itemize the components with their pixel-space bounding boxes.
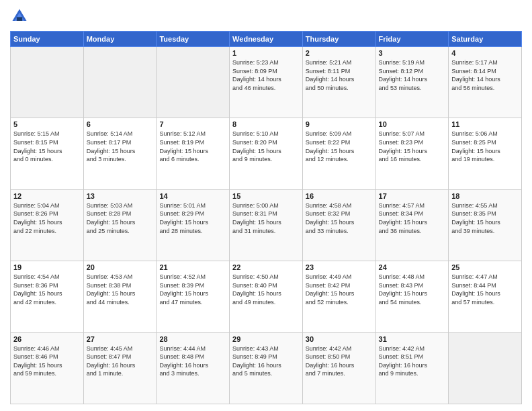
calendar-cell: 17Sunrise: 4:57 AM Sunset: 8:34 PM Dayli… <box>375 189 449 261</box>
logo <box>10 7 32 26</box>
weekday-header-thursday: Thursday <box>302 32 375 47</box>
calendar-cell: 12Sunrise: 5:04 AM Sunset: 8:26 PM Dayli… <box>11 189 84 261</box>
day-info: Sunrise: 5:17 AM Sunset: 8:14 PM Dayligh… <box>451 58 519 92</box>
day-number: 14 <box>159 192 226 200</box>
calendar-cell: 5Sunrise: 5:15 AM Sunset: 8:15 PM Daylig… <box>11 118 84 189</box>
day-number: 25 <box>451 263 519 271</box>
day-info: Sunrise: 5:15 AM Sunset: 8:15 PM Dayligh… <box>13 130 81 163</box>
weekday-header-tuesday: Tuesday <box>157 32 230 47</box>
day-info: Sunrise: 4:45 AM Sunset: 8:47 PM Dayligh… <box>87 345 154 378</box>
calendar-cell: 19Sunrise: 4:54 AM Sunset: 8:36 PM Dayli… <box>11 261 84 332</box>
day-info: Sunrise: 4:57 AM Sunset: 8:34 PM Dayligh… <box>379 201 446 235</box>
calendar-cell: 4Sunrise: 5:17 AM Sunset: 8:14 PM Daylig… <box>449 47 522 118</box>
day-info: Sunrise: 4:54 AM Sunset: 8:36 PM Dayligh… <box>13 273 81 306</box>
day-number: 31 <box>379 335 446 343</box>
day-number: 29 <box>232 335 300 343</box>
day-info: Sunrise: 5:06 AM Sunset: 8:25 PM Dayligh… <box>451 130 519 163</box>
calendar-cell: 26Sunrise: 4:46 AM Sunset: 8:46 PM Dayli… <box>11 332 84 404</box>
calendar-cell: 3Sunrise: 5:19 AM Sunset: 8:12 PM Daylig… <box>375 47 449 118</box>
day-info: Sunrise: 5:21 AM Sunset: 8:11 PM Dayligh… <box>306 58 373 92</box>
day-info: Sunrise: 4:58 AM Sunset: 8:32 PM Dayligh… <box>306 201 373 235</box>
weekday-header-monday: Monday <box>83 32 157 47</box>
day-info: Sunrise: 5:01 AM Sunset: 8:29 PM Dayligh… <box>159 201 226 235</box>
week-row-5: 26Sunrise: 4:46 AM Sunset: 8:46 PM Dayli… <box>11 332 522 404</box>
calendar-cell: 15Sunrise: 5:00 AM Sunset: 8:31 PM Dayli… <box>230 189 303 261</box>
day-info: Sunrise: 4:48 AM Sunset: 8:43 PM Dayligh… <box>379 273 446 306</box>
day-number: 17 <box>379 192 446 200</box>
day-info: Sunrise: 4:55 AM Sunset: 8:35 PM Dayligh… <box>451 201 519 235</box>
calendar-cell: 1Sunrise: 5:23 AM Sunset: 8:09 PM Daylig… <box>230 47 303 118</box>
calendar-cell: 16Sunrise: 4:58 AM Sunset: 8:32 PM Dayli… <box>302 189 375 261</box>
day-info: Sunrise: 4:44 AM Sunset: 8:48 PM Dayligh… <box>159 345 226 378</box>
day-number: 15 <box>232 192 300 200</box>
calendar-cell: 31Sunrise: 4:42 AM Sunset: 8:51 PM Dayli… <box>375 332 449 404</box>
day-number: 16 <box>306 192 373 200</box>
day-number: 12 <box>13 192 81 200</box>
calendar-cell: 29Sunrise: 4:43 AM Sunset: 8:49 PM Dayli… <box>230 332 303 404</box>
day-number: 5 <box>13 120 81 128</box>
day-info: Sunrise: 5:04 AM Sunset: 8:26 PM Dayligh… <box>13 201 81 235</box>
day-number: 24 <box>379 263 446 271</box>
week-row-1: 1Sunrise: 5:23 AM Sunset: 8:09 PM Daylig… <box>11 47 522 118</box>
calendar-cell <box>157 47 230 118</box>
day-number: 3 <box>379 49 446 57</box>
page: SundayMondayTuesdayWednesdayThursdayFrid… <box>0 0 532 411</box>
day-info: Sunrise: 4:47 AM Sunset: 8:44 PM Dayligh… <box>451 273 519 306</box>
calendar-cell <box>83 47 157 118</box>
calendar-cell: 24Sunrise: 4:48 AM Sunset: 8:43 PM Dayli… <box>375 261 449 332</box>
day-info: Sunrise: 5:00 AM Sunset: 8:31 PM Dayligh… <box>232 201 300 235</box>
calendar-cell: 11Sunrise: 5:06 AM Sunset: 8:25 PM Dayli… <box>449 118 522 189</box>
week-row-3: 12Sunrise: 5:04 AM Sunset: 8:26 PM Dayli… <box>11 189 522 261</box>
header <box>10 7 522 26</box>
calendar-cell: 22Sunrise: 4:50 AM Sunset: 8:40 PM Dayli… <box>230 261 303 332</box>
logo-icon <box>10 7 29 26</box>
day-number: 21 <box>159 263 226 271</box>
day-info: Sunrise: 4:53 AM Sunset: 8:38 PM Dayligh… <box>87 273 154 306</box>
day-number: 23 <box>306 263 373 271</box>
calendar-cell: 27Sunrise: 4:45 AM Sunset: 8:47 PM Dayli… <box>83 332 157 404</box>
day-number: 2 <box>306 49 373 57</box>
day-info: Sunrise: 5:14 AM Sunset: 8:17 PM Dayligh… <box>87 130 154 163</box>
weekday-header-friday: Friday <box>375 32 449 47</box>
day-number: 4 <box>451 49 519 57</box>
day-info: Sunrise: 4:42 AM Sunset: 8:50 PM Dayligh… <box>306 345 373 378</box>
day-info: Sunrise: 5:09 AM Sunset: 8:22 PM Dayligh… <box>306 130 373 163</box>
day-number: 30 <box>306 335 373 343</box>
day-info: Sunrise: 5:03 AM Sunset: 8:28 PM Dayligh… <box>87 201 154 235</box>
day-info: Sunrise: 4:52 AM Sunset: 8:39 PM Dayligh… <box>159 273 226 306</box>
calendar-cell: 14Sunrise: 5:01 AM Sunset: 8:29 PM Dayli… <box>157 189 230 261</box>
svg-rect-2 <box>17 17 22 21</box>
week-row-4: 19Sunrise: 4:54 AM Sunset: 8:36 PM Dayli… <box>11 261 522 332</box>
calendar-cell: 13Sunrise: 5:03 AM Sunset: 8:28 PM Dayli… <box>83 189 157 261</box>
day-number: 1 <box>232 49 300 57</box>
day-info: Sunrise: 5:23 AM Sunset: 8:09 PM Dayligh… <box>232 58 300 92</box>
day-number: 8 <box>232 120 300 128</box>
day-info: Sunrise: 4:43 AM Sunset: 8:49 PM Dayligh… <box>232 345 300 378</box>
week-row-2: 5Sunrise: 5:15 AM Sunset: 8:15 PM Daylig… <box>11 118 522 189</box>
calendar-cell: 28Sunrise: 4:44 AM Sunset: 8:48 PM Dayli… <box>157 332 230 404</box>
day-number: 10 <box>379 120 446 128</box>
day-number: 26 <box>13 335 81 343</box>
calendar-cell: 9Sunrise: 5:09 AM Sunset: 8:22 PM Daylig… <box>302 118 375 189</box>
day-number: 9 <box>306 120 373 128</box>
weekday-header-row: SundayMondayTuesdayWednesdayThursdayFrid… <box>11 32 522 47</box>
calendar-table: SundayMondayTuesdayWednesdayThursdayFrid… <box>10 31 522 404</box>
day-number: 19 <box>13 263 81 271</box>
calendar-cell <box>449 332 522 404</box>
day-info: Sunrise: 5:10 AM Sunset: 8:20 PM Dayligh… <box>232 130 300 163</box>
calendar-cell: 30Sunrise: 4:42 AM Sunset: 8:50 PM Dayli… <box>302 332 375 404</box>
day-info: Sunrise: 4:50 AM Sunset: 8:40 PM Dayligh… <box>232 273 300 306</box>
calendar-cell: 10Sunrise: 5:07 AM Sunset: 8:23 PM Dayli… <box>375 118 449 189</box>
day-number: 28 <box>159 335 226 343</box>
calendar-cell: 23Sunrise: 4:49 AM Sunset: 8:42 PM Dayli… <box>302 261 375 332</box>
calendar-cell: 18Sunrise: 4:55 AM Sunset: 8:35 PM Dayli… <box>449 189 522 261</box>
day-info: Sunrise: 4:42 AM Sunset: 8:51 PM Dayligh… <box>379 345 446 378</box>
day-number: 6 <box>87 120 154 128</box>
calendar-cell <box>11 47 84 118</box>
day-info: Sunrise: 4:49 AM Sunset: 8:42 PM Dayligh… <box>306 273 373 306</box>
day-info: Sunrise: 5:19 AM Sunset: 8:12 PM Dayligh… <box>379 58 446 92</box>
day-info: Sunrise: 5:12 AM Sunset: 8:19 PM Dayligh… <box>159 130 226 163</box>
calendar-cell: 25Sunrise: 4:47 AM Sunset: 8:44 PM Dayli… <box>449 261 522 332</box>
day-info: Sunrise: 5:07 AM Sunset: 8:23 PM Dayligh… <box>379 130 446 163</box>
calendar-cell: 20Sunrise: 4:53 AM Sunset: 8:38 PM Dayli… <box>83 261 157 332</box>
